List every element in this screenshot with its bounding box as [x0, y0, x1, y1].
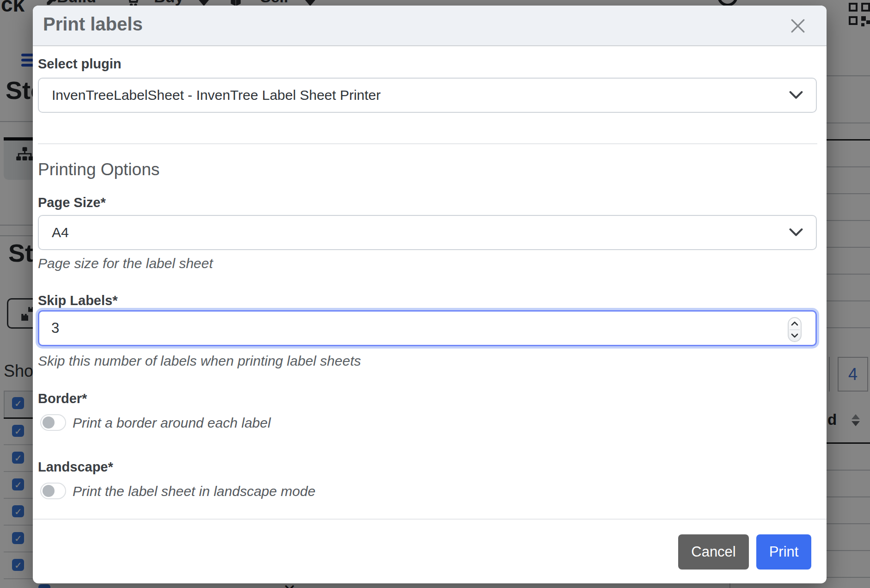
modal-title: Print labels [43, 14, 143, 35]
landscape-toggle[interactable] [40, 483, 66, 499]
cancel-button[interactable]: Cancel [678, 534, 749, 570]
page-size-help: Page size for the label sheet [38, 256, 213, 271]
landscape-label: Landscape* [38, 459, 113, 475]
plugin-select-value: InvenTreeLabelSheet - InvenTree Label Sh… [52, 87, 381, 103]
app-window: ck Build Buy Sell Stock [0, 0, 870, 588]
print-labels-modal: Print labels Select plugin InvenTreeLabe… [33, 6, 827, 583]
modal-header: Print labels [33, 6, 827, 46]
border-help: Print a border around each label [73, 415, 271, 431]
border-label: Border* [38, 391, 87, 406]
print-button[interactable]: Print [756, 534, 811, 570]
page-size-label: Page Size* [38, 195, 106, 210]
toggle-knob [43, 416, 55, 429]
chevron-down-icon [788, 90, 804, 100]
stepper-down-icon[interactable] [791, 333, 798, 338]
stepper-up-icon[interactable] [791, 321, 798, 326]
plugin-select[interactable]: InvenTreeLabelSheet - InvenTree Label Sh… [38, 78, 817, 113]
page-size-value: A4 [52, 225, 69, 240]
skip-labels-input[interactable] [38, 310, 817, 346]
page-size-select[interactable]: A4 [38, 215, 817, 250]
section-divider [38, 143, 817, 144]
close-icon[interactable] [788, 16, 808, 36]
printing-options-heading: Printing Options [38, 160, 159, 179]
chevron-down-icon [788, 227, 804, 238]
footer-divider [33, 519, 827, 520]
landscape-help: Print the label sheet in landscape mode [73, 484, 315, 499]
skip-labels-label: Skip Labels* [38, 293, 117, 308]
modal-body: Select plugin InvenTreeLabelSheet - Inve… [33, 45, 827, 583]
toggle-knob [43, 485, 55, 497]
plugin-label: Select plugin [38, 56, 121, 72]
number-stepper[interactable] [788, 317, 802, 342]
skip-labels-help: Skip this number of labels when printing… [38, 353, 361, 369]
border-toggle[interactable] [40, 414, 66, 431]
